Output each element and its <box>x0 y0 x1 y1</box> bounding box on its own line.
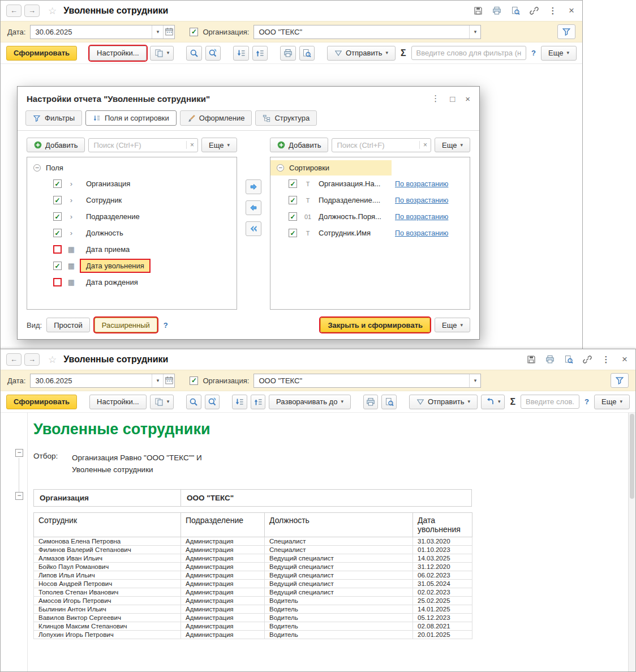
table-row[interactable]: Тополев Степан ИвановичАдминистрацияВеду… <box>34 588 472 597</box>
back-button[interactable]: ← <box>6 5 22 17</box>
fields-more-button[interactable]: Еще▾ <box>201 138 237 152</box>
move-right-button[interactable] <box>246 179 261 194</box>
favorite-star-icon[interactable]: ☆ <box>48 5 57 17</box>
settings-button[interactable]: Настройки... <box>89 46 147 61</box>
sort-item[interactable]: ✓TСотрудник.ИмяПо возрастанию <box>270 225 470 241</box>
column-header-department[interactable]: Подразделение <box>181 513 265 537</box>
calendar-button[interactable] <box>163 374 174 387</box>
fields-search-input[interactable] <box>89 141 186 149</box>
report-variants-button[interactable]: ▾ <box>150 395 174 409</box>
collapse-icon[interactable]: − <box>277 164 284 172</box>
save-icon[interactable] <box>473 6 483 16</box>
date-input[interactable] <box>31 376 152 385</box>
org-input[interactable] <box>254 28 469 36</box>
sort-ascending-button[interactable] <box>252 46 268 61</box>
view-simple-button[interactable]: Простой <box>46 318 90 332</box>
tab-fields-and-sorting[interactable]: Поля и сортировки <box>85 110 177 126</box>
more-button[interactable]: Еще▾ <box>594 395 630 409</box>
generate-button[interactable]: Сформировать <box>6 395 77 409</box>
settings-button[interactable]: Настройки... <box>89 395 147 409</box>
table-row[interactable]: Филинов Валерий СтепановичАдминистрацияС… <box>34 546 472 554</box>
print-icon[interactable] <box>545 354 555 365</box>
table-row[interactable]: Носов Андрей ПетровичАдминистрацияВедущи… <box>34 580 472 588</box>
close-icon[interactable]: × <box>465 94 470 104</box>
scrollbar-thumb[interactable] <box>630 414 634 499</box>
more-button[interactable]: Еще▾ <box>541 46 577 61</box>
link-icon[interactable] <box>582 354 592 365</box>
search-button[interactable] <box>186 395 201 409</box>
date-dropdown-button[interactable]: ▾ <box>152 374 163 387</box>
table-row[interactable]: Липов Илья ИльичАдминистрацияВедущий спе… <box>34 571 472 580</box>
generate-button[interactable]: Сформировать <box>6 46 77 61</box>
tab-filters[interactable]: Фильтры <box>25 110 82 126</box>
maximize-icon[interactable]: □ <box>450 94 455 104</box>
move-all-left-button[interactable] <box>246 221 261 236</box>
checkbox[interactable] <box>53 245 62 254</box>
print-button[interactable] <box>280 46 295 61</box>
dialog-more-button[interactable]: Еще▾ <box>435 318 470 332</box>
forward-button[interactable]: → <box>24 5 40 17</box>
favorite-star-icon[interactable]: ☆ <box>48 354 57 366</box>
drill-down-button[interactable]: ▾ <box>481 395 505 409</box>
sorting-search-input[interactable] <box>332 141 419 149</box>
sort-direction-link[interactable]: По возрастанию <box>395 196 448 204</box>
org-dropdown-button[interactable]: ▾ <box>469 25 480 38</box>
checkbox[interactable]: ✓ <box>53 196 62 204</box>
field-item[interactable]: ✓›Организация <box>27 176 237 192</box>
field-item[interactable]: ✓›Должность <box>27 225 237 241</box>
sum-icon[interactable]: Σ <box>401 48 406 58</box>
checkbox[interactable]: ✓ <box>53 262 62 270</box>
calendar-button[interactable] <box>163 25 174 38</box>
org-checkbox[interactable]: ✓ <box>190 376 198 385</box>
print-icon[interactable] <box>492 6 502 16</box>
link-icon[interactable] <box>529 6 539 16</box>
help-link[interactable]: ? <box>531 49 536 57</box>
print-button[interactable] <box>363 395 378 409</box>
more-menu-icon[interactable]: ⋮ <box>548 6 558 16</box>
collapse-icon[interactable]: − <box>33 164 41 172</box>
date-input[interactable] <box>31 28 152 36</box>
help-link[interactable]: ? <box>585 397 589 406</box>
more-menu-icon[interactable]: ⋮ <box>601 354 611 365</box>
clear-search-icon[interactable]: × <box>419 141 431 149</box>
table-row[interactable]: Былинин Антон ИльичАдминистрацияВодитель… <box>34 605 472 614</box>
add-field-button[interactable]: Добавить <box>27 138 85 152</box>
send-button[interactable]: Отправить▾ <box>409 395 478 409</box>
table-row[interactable]: Бойко Паул РомановичАдминистрацияВедущий… <box>34 563 472 571</box>
filter-settings-button[interactable] <box>611 373 629 388</box>
sorting-root-row[interactable]: − Сортировки <box>270 160 392 176</box>
field-item[interactable]: ✓›Подразделение <box>27 208 237 225</box>
quick-filter-input[interactable] <box>411 46 527 60</box>
expand-to-button[interactable]: Разворачивать до▾ <box>269 395 351 409</box>
org-checkbox[interactable]: ✓ <box>190 28 198 36</box>
view-advanced-button[interactable]: Расширенный <box>94 318 157 332</box>
table-row[interactable]: Алмазов Иван ИльичАдминистрацияВедущий с… <box>34 554 472 563</box>
search-button[interactable] <box>186 46 201 61</box>
table-row[interactable]: Клинцов Максим СтепановичАдминистрацияВо… <box>34 622 472 631</box>
checkbox[interactable] <box>53 278 62 286</box>
field-item[interactable]: ✓▦Дата увольнения <box>27 258 237 274</box>
sort-item[interactable]: ✓TОрганизация.На...По возрастанию <box>270 176 470 192</box>
sort-direction-link[interactable]: По возрастанию <box>395 213 448 221</box>
collapse-group-icon[interactable]: − <box>15 492 23 500</box>
date-dropdown-button[interactable]: ▾ <box>152 25 163 38</box>
table-row[interactable]: Лопухин Игорь ПетровичАдминистрацияВодит… <box>34 631 472 639</box>
field-item[interactable]: ▦Дата рождения <box>27 274 237 290</box>
filter-settings-button[interactable] <box>557 24 575 39</box>
checkbox[interactable]: ✓ <box>289 196 297 204</box>
org-dropdown-button[interactable]: ▾ <box>469 374 480 387</box>
clear-search-icon[interactable]: × <box>186 141 197 149</box>
table-row[interactable]: Вавилов Виктор СергеевичАдминистрацияВод… <box>34 614 472 622</box>
checkbox[interactable]: ✓ <box>289 179 297 188</box>
repeat-search-button[interactable] <box>205 46 221 61</box>
column-header-position[interactable]: Должность <box>265 513 413 537</box>
tab-structure[interactable]: Структура <box>255 110 317 126</box>
tab-appearance[interactable]: Оформление <box>180 110 252 126</box>
quick-filter-input[interactable] <box>521 395 579 409</box>
sum-icon[interactable]: Σ <box>510 397 515 407</box>
collapse-group-icon[interactable]: − <box>15 449 23 457</box>
sort-direction-link[interactable]: По возрастанию <box>395 229 448 237</box>
column-header-dismissal-date[interactable]: Дата увольнения <box>413 513 472 537</box>
print-preview-icon[interactable] <box>510 6 521 16</box>
print-preview-button[interactable] <box>381 395 396 409</box>
